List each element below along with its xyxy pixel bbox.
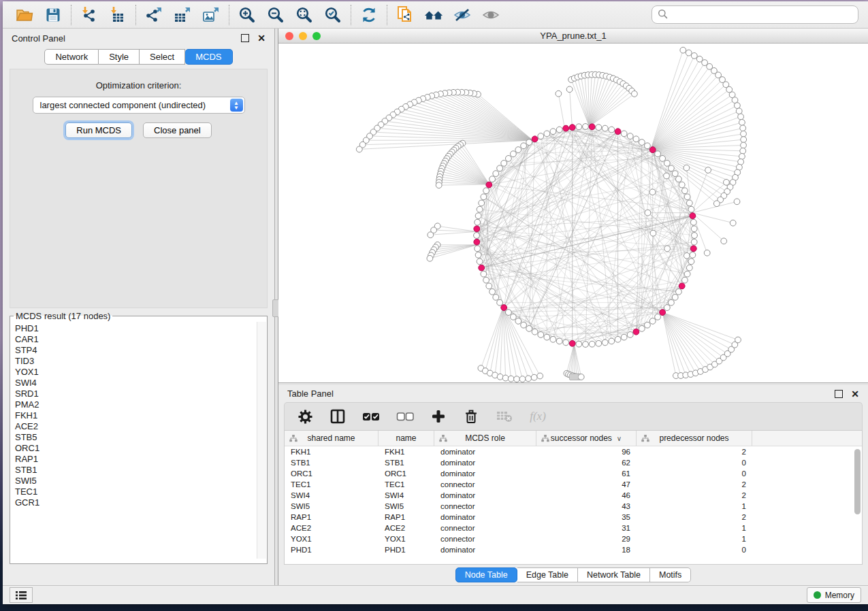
cell-name[interactable]: PHD1 xyxy=(379,546,434,554)
table-row[interactable]: SWI4SWI4dominator462 xyxy=(285,490,862,501)
network-node[interactable] xyxy=(556,90,562,97)
hide-selected-icon[interactable] xyxy=(453,5,472,24)
network-node[interactable] xyxy=(515,147,521,153)
network-node[interactable] xyxy=(483,188,489,194)
save-session-icon[interactable] xyxy=(44,5,63,24)
network-node[interactable] xyxy=(664,173,670,179)
network-node[interactable] xyxy=(691,226,697,232)
network-node[interactable] xyxy=(645,322,651,328)
cell-shared-name[interactable]: SWI4 xyxy=(285,491,379,499)
close-window-icon[interactable] xyxy=(285,32,293,40)
network-hub-node[interactable] xyxy=(679,283,685,289)
mcds-result-item[interactable]: FKH1 xyxy=(15,410,262,421)
cell-shared-name[interactable]: ACE2 xyxy=(285,524,379,532)
network-hub-node[interactable] xyxy=(501,305,507,311)
network-node[interactable] xyxy=(502,375,509,381)
mcds-result-item[interactable]: PMA2 xyxy=(15,399,262,410)
first-neighbors-icon[interactable] xyxy=(424,5,443,24)
tab-motifs[interactable]: Motifs xyxy=(650,567,691,582)
cell-name[interactable]: SWI4 xyxy=(379,491,434,499)
table-row[interactable]: RAP1RAP1dominator352 xyxy=(285,512,862,523)
zoom-in-icon[interactable] xyxy=(238,5,257,24)
cell-predecessor-nodes[interactable]: 0 xyxy=(637,459,752,467)
zoom-fit-icon[interactable] xyxy=(295,5,314,24)
mcds-result-item[interactable]: SWI5 xyxy=(15,476,262,486)
mcds-result-item[interactable]: SWI4 xyxy=(15,378,262,389)
cell-successor-nodes[interactable]: 18 xyxy=(536,546,637,554)
mcds-result-list[interactable]: PHD1CAR1STP4TID3YOX1SWI4SRD1PMA2FKH1ACE2… xyxy=(10,321,267,559)
network-node[interactable] xyxy=(734,199,740,205)
network-node[interactable] xyxy=(633,136,639,142)
column-header-predecessor-nodes[interactable]: predecessor nodes xyxy=(637,431,752,446)
sort-descending-icon[interactable]: ∨ xyxy=(617,435,622,442)
cell-successor-nodes[interactable]: 47 xyxy=(536,480,637,489)
network-node[interactable] xyxy=(738,114,744,120)
network-node[interactable] xyxy=(739,154,745,160)
table-settings-icon[interactable] xyxy=(297,408,313,425)
network-node[interactable] xyxy=(676,288,682,295)
cell-shared-name[interactable]: SWI5 xyxy=(285,502,379,510)
network-node[interactable] xyxy=(732,97,738,103)
network-node[interactable] xyxy=(741,142,747,148)
cell-shared-name[interactable]: FKH1 xyxy=(285,448,379,456)
network-node[interactable] xyxy=(682,188,688,194)
cell-predecessor-nodes[interactable]: 0 xyxy=(637,469,752,478)
network-hub-node[interactable] xyxy=(563,125,569,131)
mcds-result-item[interactable]: TEC1 xyxy=(15,486,262,497)
network-node[interactable] xyxy=(511,151,517,157)
network-node[interactable] xyxy=(531,374,537,380)
network-node[interactable] xyxy=(735,103,741,109)
network-node[interactable] xyxy=(556,338,562,344)
network-hub-node[interactable] xyxy=(633,329,639,335)
network-node[interactable] xyxy=(521,322,527,328)
network-node[interactable] xyxy=(684,165,690,171)
cell-successor-nodes[interactable]: 46 xyxy=(536,491,637,499)
network-node[interactable] xyxy=(649,189,656,195)
cell-name[interactable]: STB1 xyxy=(379,459,434,467)
network-node[interactable] xyxy=(583,124,589,130)
network-node[interactable] xyxy=(691,239,697,245)
table-row[interactable]: ORC1ORC1dominator610 xyxy=(285,468,862,479)
network-node[interactable] xyxy=(639,139,645,146)
close-panel-icon[interactable]: ✕ xyxy=(257,34,266,42)
memory-button[interactable]: Memory xyxy=(807,587,861,603)
network-node[interactable] xyxy=(645,210,651,216)
select-all-rows-icon[interactable] xyxy=(362,408,380,425)
run-mcds-button[interactable]: Run MCDS xyxy=(65,122,132,138)
export-table-icon[interactable] xyxy=(173,5,192,24)
network-node[interactable] xyxy=(741,137,747,143)
network-node[interactable] xyxy=(489,288,496,295)
cell-MCDS-role[interactable]: connector xyxy=(434,524,536,532)
cell-name[interactable]: SWI5 xyxy=(379,502,434,510)
export-network-icon[interactable] xyxy=(144,5,163,24)
zoom-out-icon[interactable] xyxy=(266,5,285,24)
column-header-name[interactable]: name xyxy=(379,431,434,446)
cell-predecessor-nodes[interactable]: 2 xyxy=(637,448,752,456)
cell-name[interactable]: ORC1 xyxy=(379,469,434,478)
network-node[interactable] xyxy=(690,219,696,225)
network-node[interactable] xyxy=(556,127,562,133)
mcds-result-item[interactable]: STP4 xyxy=(15,345,262,356)
network-node[interactable] xyxy=(686,265,692,271)
network-node[interactable] xyxy=(705,167,711,174)
cell-predecessor-nodes[interactable]: 1 xyxy=(637,502,752,510)
network-node[interactable] xyxy=(497,299,503,306)
network-node[interactable] xyxy=(740,125,746,131)
tab-network-table[interactable]: Network Table xyxy=(578,567,650,582)
network-node[interactable] xyxy=(497,374,503,380)
network-node[interactable] xyxy=(664,161,670,167)
network-node[interactable] xyxy=(669,299,675,306)
network-node[interactable] xyxy=(627,133,633,139)
cell-name[interactable]: YOX1 xyxy=(379,535,434,543)
network-node[interactable] xyxy=(538,133,544,139)
table-row[interactable]: ACE2ACE2connector311 xyxy=(285,523,862,533)
cell-MCDS-role[interactable]: dominator xyxy=(434,491,536,499)
cell-predecessor-nodes[interactable]: 0 xyxy=(637,546,752,554)
criterion-select[interactable]: largest connected component (undirected)… xyxy=(33,97,245,114)
cell-name[interactable]: RAP1 xyxy=(379,513,434,521)
network-node[interactable] xyxy=(713,201,720,207)
network-node[interactable] xyxy=(596,340,602,346)
network-node[interactable] xyxy=(669,165,675,171)
network-node[interactable] xyxy=(578,374,584,380)
table-row[interactable]: FKH1FKH1dominator962 xyxy=(285,446,862,457)
